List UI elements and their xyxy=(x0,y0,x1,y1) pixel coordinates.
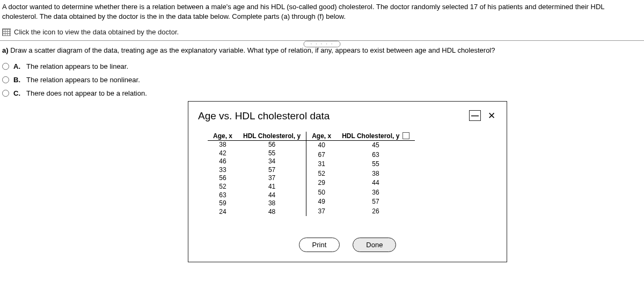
cell-age: 24 xyxy=(208,208,238,217)
modal-header: Age vs. HDL cholesterol data — ✕ xyxy=(198,110,497,132)
cell-age: 52 xyxy=(306,169,336,179)
col-header-hdl-text: HDL Cholesterol, y xyxy=(342,132,399,140)
table-row: 3856 xyxy=(208,141,306,149)
cell-hdl: 36 xyxy=(336,188,414,198)
table-row: 5637 xyxy=(208,174,306,183)
table-row: 6763 xyxy=(306,150,415,160)
cell-age: 40 xyxy=(306,141,336,150)
data-link-text[interactable]: Click the icon to view the data obtained… xyxy=(14,28,179,36)
table-row: 6344 xyxy=(208,191,306,200)
minimize-button[interactable]: — xyxy=(469,110,481,121)
cell-hdl: 38 xyxy=(238,199,306,208)
cell-age: 67 xyxy=(306,150,336,160)
cell-age: 49 xyxy=(306,197,336,207)
col-header-age: Age, x xyxy=(208,132,238,141)
cell-age: 42 xyxy=(208,149,238,158)
cell-hdl: 44 xyxy=(238,191,306,200)
data-link-row: Click the icon to view the data obtained… xyxy=(0,26,644,40)
cell-age: 63 xyxy=(208,191,238,200)
col-header-hdl: HDL Cholesterol, y xyxy=(336,132,414,141)
print-button[interactable]: Print xyxy=(299,238,340,252)
table-row: 4255 xyxy=(208,149,306,158)
cell-age: 37 xyxy=(306,207,336,217)
cell-hdl: 56 xyxy=(238,141,306,149)
cell-age: 46 xyxy=(208,157,238,166)
table-row: 4957 xyxy=(306,197,415,207)
cell-hdl: 38 xyxy=(336,169,414,179)
table-row: 3726 xyxy=(306,207,415,217)
table-row: 5036 xyxy=(306,188,415,198)
close-button[interactable]: ✕ xyxy=(486,110,497,121)
copy-icon[interactable] xyxy=(404,133,409,139)
cell-hdl: 55 xyxy=(336,160,414,169)
cell-hdl: 63 xyxy=(336,150,414,160)
table-row: 4045 xyxy=(306,141,415,150)
cell-hdl: 41 xyxy=(238,183,306,191)
modal-buttons: Print Done xyxy=(198,216,497,252)
cell-age: 38 xyxy=(208,141,238,149)
radio-icon[interactable] xyxy=(2,90,9,97)
option-text: There does not appear to be a relation. xyxy=(26,89,147,97)
modal-controls: — ✕ xyxy=(469,110,497,121)
data-table-right: Age, x HDL Cholesterol, y 40456763315552… xyxy=(306,132,415,216)
option-letter: A. xyxy=(13,62,22,70)
table-row: 2944 xyxy=(306,178,415,188)
table-row: 4634 xyxy=(208,157,306,166)
cell-hdl: 55 xyxy=(238,149,306,158)
option-letter: B. xyxy=(13,76,22,84)
data-table-left: Age, x HDL Cholesterol, y 38564255463433… xyxy=(208,132,306,216)
expand-handle[interactable]: · · · · · xyxy=(303,41,340,47)
cell-age: 31 xyxy=(306,160,336,169)
close-icon: ✕ xyxy=(488,110,495,121)
table-row: 5238 xyxy=(306,169,415,179)
option-a[interactable]: A. The relation appears to be linear. xyxy=(2,60,644,73)
cell-hdl: 26 xyxy=(336,207,414,217)
cell-hdl: 57 xyxy=(336,197,414,207)
problem-intro: A doctor wanted to determine whether the… xyxy=(0,0,644,26)
cell-age: 52 xyxy=(208,183,238,191)
table-row: 3155 xyxy=(306,160,415,169)
table-icon[interactable] xyxy=(2,28,11,36)
option-b[interactable]: B. The relation appears to be nonlinear. xyxy=(2,73,644,87)
answer-options: A. The relation appears to be linear. B.… xyxy=(0,58,644,100)
table-row: 5241 xyxy=(208,183,306,191)
option-c[interactable]: C. There does not appear to be a relatio… xyxy=(2,87,644,100)
modal-title: Age vs. HDL cholesterol data xyxy=(198,110,330,132)
cell-hdl: 34 xyxy=(238,157,306,166)
minimize-icon: — xyxy=(471,111,479,120)
table-row: 3357 xyxy=(208,166,306,175)
table-row: 2448 xyxy=(208,208,306,217)
cell-age: 59 xyxy=(208,199,238,208)
cell-age: 29 xyxy=(306,178,336,188)
data-tables: Age, x HDL Cholesterol, y 38564255463433… xyxy=(198,132,497,216)
done-button[interactable]: Done xyxy=(353,238,396,252)
cell-age: 56 xyxy=(208,174,238,183)
col-header-age: Age, x xyxy=(306,132,336,141)
data-modal: Age vs. HDL cholesterol data — ✕ Age, x … xyxy=(188,101,507,262)
cell-hdl: 45 xyxy=(336,141,414,150)
cell-hdl: 57 xyxy=(238,166,306,175)
table-row: 5938 xyxy=(208,199,306,208)
radio-icon[interactable] xyxy=(2,76,9,83)
cell-age: 50 xyxy=(306,188,336,198)
option-text: The relation appears to be linear. xyxy=(26,62,128,70)
option-letter: C. xyxy=(13,89,22,97)
cell-hdl: 37 xyxy=(238,174,306,183)
option-text: The relation appears to be nonlinear. xyxy=(26,76,140,84)
col-header-hdl: HDL Cholesterol, y xyxy=(238,132,306,141)
cell-hdl: 44 xyxy=(336,178,414,188)
part-a-label: a) xyxy=(2,46,9,54)
radio-icon[interactable] xyxy=(2,63,9,70)
cell-hdl: 48 xyxy=(238,208,306,217)
intro-text: A doctor wanted to determine whether the… xyxy=(2,3,604,20)
cell-age: 33 xyxy=(208,166,238,175)
part-a-text: Draw a scatter diagram of the data, trea… xyxy=(10,46,495,54)
